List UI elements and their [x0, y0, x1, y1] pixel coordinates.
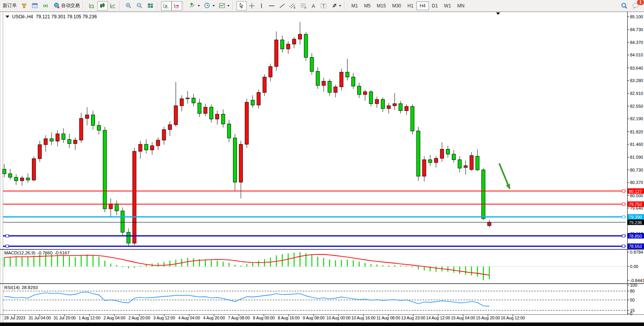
candle-body: [192, 98, 195, 103]
candle-body: [180, 99, 184, 106]
candle-body: [423, 160, 426, 176]
hline-handle[interactable]: [622, 235, 625, 237]
chart-canvas[interactable]: 85.10084.73084.37084.01083.64083.28082.9…: [0, 0, 644, 326]
price-line-label: 80.127: [629, 189, 642, 194]
candle-body: [298, 34, 302, 39]
time-tick-label: 8 Aug 16:00: [278, 315, 300, 320]
candle-body: [428, 160, 432, 163]
candle-body: [292, 39, 296, 44]
price-tick-label: 80.730: [630, 168, 643, 172]
bottom-strip: [0, 322, 644, 326]
candle-body: [381, 100, 384, 109]
candle-body: [121, 211, 125, 232]
hline-handle[interactable]: [622, 190, 625, 193]
rsi-tick-label: 100: [630, 283, 637, 287]
candle-body: [286, 44, 290, 49]
candle-body: [269, 67, 272, 77]
candle-body: [198, 103, 201, 114]
candle-body: [417, 131, 420, 176]
candle-body: [151, 146, 154, 150]
candle-body: [304, 34, 308, 57]
down-arrow-head: [506, 184, 510, 190]
price-line-label: 78.850: [629, 234, 642, 238]
candle-body: [168, 125, 172, 130]
hline-handle[interactable]: [6, 245, 9, 247]
shift-marker-icon[interactable]: [496, 12, 500, 15]
candle-body: [133, 151, 136, 243]
symbol-dropdown-icon[interactable]: [5, 16, 9, 18]
candle-body: [68, 139, 71, 144]
down-arrow-annotation[interactable]: [499, 163, 508, 184]
candle-body: [334, 87, 337, 92]
time-tick-label: 16 Aug 12:00: [501, 315, 525, 320]
time-tick-label: 1 Aug 12:00: [79, 315, 100, 320]
time-tick-label: 15 Aug 04:00: [451, 315, 475, 320]
time-tick-label: 13 Aug 23:00: [401, 315, 425, 320]
hline-handle[interactable]: [622, 245, 625, 247]
price-tick-label: 82.910: [630, 91, 643, 96]
candle-body: [227, 124, 231, 138]
candle-body: [446, 149, 450, 154]
rsi-indicator-label: RSI(14) 28.8293: [4, 285, 38, 290]
candle-body: [369, 92, 373, 104]
price-tick-label: 84.370: [630, 40, 643, 45]
time-tick-label: 9 Aug 08:00: [303, 315, 325, 320]
ohlc-values: 79.121 79.301 79.105 79.236: [36, 14, 97, 19]
price-tick-label: 84.730: [630, 27, 643, 32]
time-tick-label: 4 Aug 20:00: [203, 315, 225, 320]
rsi-title: RSI(14): [4, 285, 20, 290]
candle-body: [440, 149, 444, 158]
macd-tick-label: 0.00: [630, 264, 638, 269]
candle-body: [20, 178, 24, 181]
time-tick-label: 14 Aug 12:00: [426, 315, 450, 320]
candle-body: [156, 140, 160, 145]
symbol-timeframe-label: USOil-,H4: [12, 14, 33, 19]
time-tick-label: 31 Jul 04:00: [28, 315, 51, 320]
time-tick-label: 8 Aug 00:00: [253, 315, 275, 320]
hline-handle[interactable]: [622, 216, 625, 218]
price-line-label: 79.390: [629, 215, 642, 219]
rsi-value: 28.8293: [22, 285, 38, 290]
rsi-pane-divider[interactable]: [0, 283, 644, 284]
price-tick-label: 81.820: [630, 130, 643, 134]
chart-title: USOil-,H4 79.121 79.301 79.105 79.236: [5, 14, 97, 19]
rsi-tick-label: 0: [630, 311, 632, 316]
candle-body: [103, 130, 107, 209]
candle-body: [375, 100, 379, 104]
candle-body: [482, 170, 485, 219]
time-tick-label: 4 Aug 04:00: [178, 315, 200, 320]
time-tick-label: 15 Aug 20:00: [476, 315, 500, 320]
macd-pane-divider[interactable]: [0, 249, 644, 250]
candle-body: [393, 103, 397, 105]
price-tick-label: 81.460: [630, 142, 643, 147]
candle-body: [91, 115, 95, 125]
candle-body: [174, 106, 177, 125]
price-tick-label: 80.000: [630, 193, 643, 198]
macd-title: MACD(12,26,9): [4, 251, 35, 255]
price-tick-label: 82.190: [630, 116, 643, 121]
candle-body: [216, 114, 219, 119]
price-tick-label: 83.280: [630, 78, 643, 83]
candle-body: [239, 144, 243, 182]
time-tick-label: 2 Aug 04:00: [104, 315, 125, 320]
candle-body: [411, 107, 414, 131]
candle-body: [210, 107, 213, 119]
price-line-label: 79.753: [629, 202, 642, 207]
candle-body: [387, 106, 391, 109]
candle-body: [14, 177, 18, 181]
price-tick-label: 84.010: [630, 53, 643, 57]
macd-tick-label: -0.8443: [630, 278, 644, 283]
candle-body: [488, 222, 491, 226]
hline-handle[interactable]: [622, 203, 625, 205]
time-tick-label: 31 Jul 20:00: [53, 315, 75, 320]
candle-body: [452, 154, 456, 159]
candle-body: [322, 81, 325, 86]
hline-handle[interactable]: [6, 235, 9, 237]
candle-body: [115, 204, 118, 211]
candle-body: [476, 156, 479, 170]
candle-body: [470, 156, 473, 170]
candle-body: [316, 72, 319, 86]
candle-body: [162, 130, 166, 140]
candle-body: [97, 125, 101, 130]
candle-body: [434, 158, 438, 163]
